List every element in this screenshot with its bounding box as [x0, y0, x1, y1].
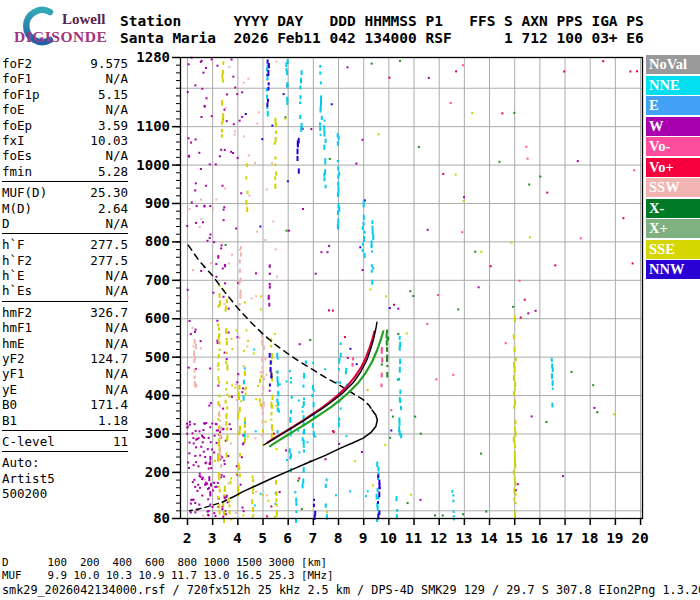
x-axis-labels: 234567891011121314151617181920 — [183, 530, 649, 546]
param-row-fof1p: foF1p5.15 — [2, 87, 128, 102]
param-label: foF2 — [2, 56, 32, 71]
param-label: foEs — [2, 148, 32, 163]
param-separator — [2, 451, 128, 452]
param-separator — [2, 301, 128, 302]
svg-text:300: 300 — [145, 425, 170, 441]
param-row-b1: B11.18 — [2, 413, 128, 428]
svg-text:9: 9 — [359, 530, 368, 546]
param-value: N/A — [105, 366, 128, 381]
param-value: N/A — [105, 148, 128, 163]
svg-text:900: 900 — [145, 195, 170, 211]
svg-text:16: 16 — [531, 530, 548, 546]
svg-text:1280: 1280 — [136, 49, 170, 65]
param-label: fxI — [2, 133, 25, 148]
svg-text:14: 14 — [480, 530, 498, 546]
param-value: N/A — [105, 336, 128, 351]
param-row-hf: h`F277.5 — [2, 237, 128, 252]
param-label: D — [2, 216, 10, 231]
legend-item-x-: X- — [646, 199, 700, 218]
param-value: 124.7 — [90, 351, 128, 366]
logo-digisonde-text: DIGISONDE — [14, 28, 107, 46]
param-value: N/A — [105, 283, 128, 298]
svg-text:600: 600 — [145, 310, 170, 326]
svg-text:800: 800 — [145, 233, 170, 249]
param-row-hes: h`EsN/A — [2, 283, 128, 298]
param-value: 277.5 — [90, 253, 128, 268]
param-separator — [2, 181, 128, 182]
param-label: yF2 — [2, 351, 25, 366]
param-row-foep: foEp3.59 — [2, 118, 128, 133]
param-value: 326.7 — [90, 305, 128, 320]
svg-text:200: 200 — [145, 464, 170, 480]
param-value: N/A — [105, 268, 128, 283]
param-label: C-level — [2, 434, 55, 449]
header-block: Station YYYY DAY DDD HHMMSS P1 FFS S AXN… — [120, 13, 644, 46]
legend-item-w: W — [646, 117, 700, 136]
legend-item-ssw: SSW — [646, 178, 700, 197]
legend-item-nne: NNE — [646, 76, 700, 95]
param-value: 171.4 — [90, 397, 128, 412]
svg-text:11: 11 — [405, 530, 423, 546]
muf-table: D 100 200 400 600 800 1000 1500 3000 [km… — [2, 556, 334, 582]
param-label: h`Es — [2, 283, 32, 298]
param-label: foE — [2, 102, 25, 117]
series-x-trace — [270, 331, 383, 446]
param-row-hmf2: hmF2326.7 — [2, 305, 128, 320]
status-line: smk29_2026042134000.rsf / 720fx512h 25 k… — [2, 583, 700, 597]
svg-text:20: 20 — [631, 530, 648, 546]
autoscaler-line: 500200 — [2, 486, 128, 501]
param-label: yF1 — [2, 366, 25, 381]
param-label: hmE — [2, 336, 25, 351]
svg-text:500: 500 — [145, 349, 170, 365]
param-label: M(D) — [2, 201, 32, 216]
param-value: 11 — [113, 434, 128, 449]
svg-text:1100: 1100 — [136, 118, 170, 134]
y-axis-labels: 12801100100090080070060050040030020080 — [136, 49, 170, 526]
param-label: B1 — [2, 413, 17, 428]
param-row-he: h`EN/A — [2, 268, 128, 283]
param-separator — [2, 233, 128, 234]
param-label: hmF1 — [2, 320, 32, 335]
header-columns-line: Station YYYY DAY DDD HHMMSS P1 FFS S AXN… — [120, 13, 644, 30]
digisonde-logo: Lowell DIGISONDE — [6, 2, 136, 52]
svg-text:17: 17 — [556, 530, 573, 546]
param-label: B0 — [2, 397, 17, 412]
param-row-hf2: h`F2277.5 — [2, 253, 128, 268]
param-label: fmin — [2, 164, 32, 179]
param-value: 5.28 — [98, 164, 128, 179]
param-value: 25.30 — [90, 185, 128, 200]
param-value: 10.03 — [90, 133, 128, 148]
param-value: N/A — [105, 320, 128, 335]
svg-text:18: 18 — [581, 530, 598, 546]
svg-text:12: 12 — [430, 530, 447, 546]
svg-text:1000: 1000 — [136, 157, 170, 173]
d-distances-row: D 100 200 400 600 800 1000 1500 3000 [km… — [2, 556, 334, 569]
legend-item-x-: X+ — [646, 219, 700, 238]
svg-text:7: 7 — [308, 530, 317, 546]
svg-text:10: 10 — [380, 530, 397, 546]
param-label: foF1 — [2, 71, 32, 86]
param-value: N/A — [105, 102, 128, 117]
legend-item-vo-: Vo- — [646, 137, 700, 156]
param-row-yf1: yF1N/A — [2, 366, 128, 381]
autoscaler-line: Artist5 — [2, 471, 128, 486]
svg-text:5: 5 — [258, 530, 267, 546]
param-label: MUF(D) — [2, 185, 47, 200]
param-label: yE — [2, 382, 17, 397]
param-row-hme: hmEN/A — [2, 336, 128, 351]
param-row-fxi: fxI10.03 — [2, 133, 128, 148]
axis-ticks — [172, 58, 641, 526]
muf-values-row: MUF 9.9 10.0 10.3 10.9 11.7 13.0 16.5 25… — [2, 569, 334, 582]
header-values-line: Santa Maria 2026 Feb11 042 134000 RSF 1 … — [120, 30, 644, 47]
param-label: foEp — [2, 118, 32, 133]
param-separator — [2, 430, 128, 431]
param-value: N/A — [105, 216, 128, 231]
param-row-clevel: C-level11 — [2, 434, 128, 449]
svg-text:400: 400 — [145, 387, 170, 403]
echo-legend: NoValNNEEWVo-Vo+SSWX-X+SSENNW — [646, 55, 700, 281]
legend-item-e: E — [646, 96, 700, 115]
param-label: h`F2 — [2, 253, 32, 268]
param-label: h`F — [2, 237, 25, 252]
param-row-md: M(D)2.64 — [2, 201, 128, 216]
legend-item-noval: NoVal — [646, 55, 700, 74]
